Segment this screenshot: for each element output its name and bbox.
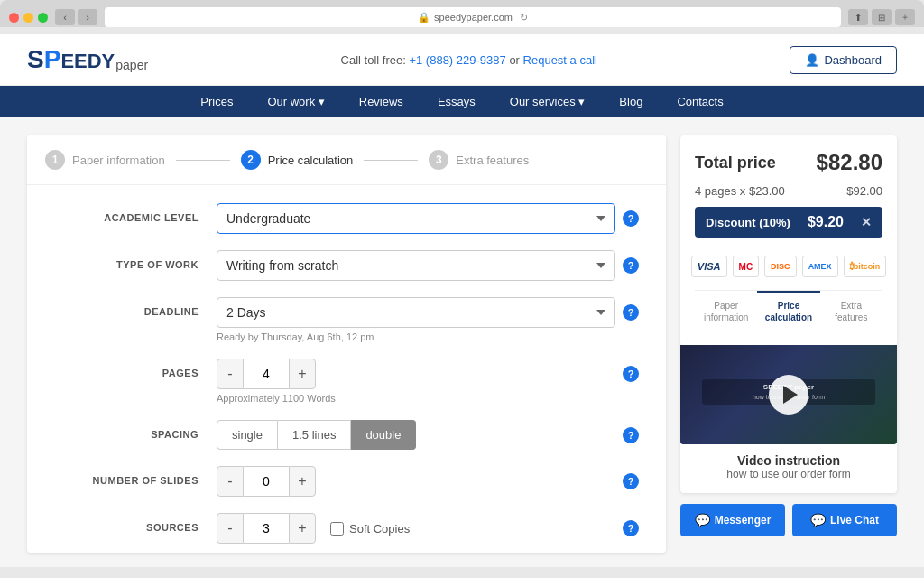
video-thumbnail[interactable]: SPEEDY paper how to use our order form [680,345,897,444]
price-box: Total price $82.80 4 pages x $23.00 $92.… [680,135,897,345]
main-nav: Prices Our work ▾ Reviews Essays Our ser… [0,86,924,117]
nav-our-work[interactable]: Our work ▾ [263,86,328,117]
deadline-select[interactable]: 2 Days [217,297,615,328]
pages-increment-button[interactable]: + [289,359,316,389]
deadline-hint: Ready by Thursday, Aug 6th, 12 pm [217,331,615,342]
slides-stepper: - 0 + [217,466,615,497]
nav-essays[interactable]: Essays [434,86,479,117]
academic-level-help[interactable]: ? [623,210,639,227]
sub-tab-paper[interactable]: Paperinformation [695,291,757,331]
price-card: Total price $82.80 4 pages x $23.00 $92.… [680,135,897,493]
share-button[interactable]: ⬆ [848,9,868,25]
dashboard-button[interactable]: 👤 Dashboard [790,46,897,74]
spacing-control: single 1.5 lines double [217,420,615,450]
discover-icon: DISC [764,256,797,277]
pages-help[interactable]: ? [623,366,639,382]
request-call-link[interactable]: Request a call [523,53,597,67]
spacing-row: SPACING single 1.5 lines double ? [54,420,639,450]
slides-control: - 0 + [217,466,615,497]
right-panel: Total price $82.80 4 pages x $23.00 $92.… [680,135,897,553]
sources-row: SOURCES - 3 + Soft Copies [54,513,639,544]
phone-link[interactable]: +1 (888) 229-9387 [409,53,505,67]
step-3-num: 3 [429,150,448,170]
main-content: 1 Paper information 2 Price calculation … [0,117,924,567]
step-divider-2 [364,160,418,161]
sub-tab-price[interactable]: Pricecalculation [757,291,819,331]
nav-reviews[interactable]: Reviews [356,86,407,117]
type-of-work-select[interactable]: Writing from scratch [217,250,615,281]
sources-increment-button[interactable]: + [289,513,316,544]
forward-browser-button[interactable]: › [78,9,97,25]
deadline-control: 2 Days Ready by Thursday, Aug 6th, 12 pm [217,297,615,342]
step-2: 2 Price calculation [241,150,354,170]
logo[interactable]: SPEEDY paper [27,45,148,74]
sources-wrap: - 3 + Soft Copies [217,513,615,544]
address-bar[interactable]: 🔒 speedypaper.com ↻ [105,7,841,27]
spacing-double-button[interactable]: double [351,420,416,450]
messenger-icon: 💬 [695,513,710,527]
step-divider-1 [176,160,230,161]
sub-tab-extra[interactable]: Extrafeatures [820,291,882,331]
spacing-1-5-button[interactable]: 1.5 lines [278,420,351,450]
soft-copies-checkbox[interactable] [330,522,344,536]
price-detail-right: $92.00 [846,184,882,198]
spacing-help[interactable]: ? [623,427,639,443]
pages-stepper: - 4 + [217,359,615,389]
new-tab-button[interactable]: ⊞ [872,9,892,25]
total-price-value: $82.80 [817,150,882,175]
sources-control: - 3 + Soft Copies [217,513,615,544]
video-play-button[interactable] [769,375,808,415]
nav-our-services[interactable]: Our services ▾ [506,86,589,117]
academic-level-select[interactable]: Undergraduate [217,203,615,234]
slides-decrement-button[interactable]: - [217,466,244,497]
sources-help[interactable]: ? [623,520,639,536]
deadline-label: DEADLINE [54,297,217,317]
pages-decrement-button[interactable]: - [217,359,244,389]
amex-icon: AMEX [802,256,838,277]
type-of-work-help[interactable]: ? [623,257,639,274]
pages-hint: Approximately 1100 Words [217,393,615,404]
spacing-label: SPACING [54,420,217,440]
sources-value: 3 [244,513,289,544]
pages-row: PAGES - 4 + Approximately 1100 Words ? [54,359,639,404]
nav-contacts[interactable]: Contacts [673,86,726,117]
academic-level-control: Undergraduate [217,203,615,234]
add-tab-button[interactable]: ＋ [895,9,915,25]
discount-row: Discount (10%) $9.20 ✕ [695,207,882,238]
spacing-single-button[interactable]: single [217,420,278,450]
slides-increment-button[interactable]: + [289,466,316,497]
traffic-light-green[interactable] [38,13,48,23]
type-of-work-label: TYPE OF WORK [54,250,217,270]
traffic-light-red[interactable] [9,13,19,23]
sources-label: SOURCES [54,513,217,533]
nav-prices[interactable]: Prices [197,86,236,117]
step-3-label: Extra features [456,154,529,167]
academic-level-row: ACADEMIC LEVEL Undergraduate ? [54,203,639,234]
step-1: 1 Paper information [45,150,165,170]
slides-help[interactable]: ? [623,473,639,489]
refresh-icon: ↻ [520,12,528,23]
sources-stepper: - 3 + [217,513,316,544]
back-browser-button[interactable]: ‹ [55,9,75,25]
price-detail-left: 4 pages x $23.00 [695,184,785,198]
pages-control: - 4 + Approximately 1100 Words [217,359,615,404]
traffic-light-yellow[interactable] [23,13,33,23]
type-of-work-row: TYPE OF WORK Writing from scratch ? [54,250,639,281]
deadline-help[interactable]: ? [623,304,639,321]
url-text: speedypaper.com [434,12,513,23]
type-of-work-control: Writing from scratch [217,250,615,281]
soft-copies-label[interactable]: Soft Copies [330,522,410,536]
order-form: ACADEMIC LEVEL Undergraduate ? TYPE OF W… [27,185,666,553]
messenger-button[interactable]: 💬 Messenger [680,504,785,536]
step-3: 3 Extra features [429,150,529,170]
discount-close-button[interactable]: ✕ [861,215,872,229]
step-1-label: Paper information [72,154,165,167]
nav-blog[interactable]: Blog [615,86,646,117]
sources-decrement-button[interactable]: - [217,513,244,544]
price-header: Total price $82.80 [695,150,882,175]
lock-icon: 🔒 [418,12,430,23]
livechat-button[interactable]: 💬 Live Chat [792,504,897,536]
site-header: SPEEDY paper Call toll free: +1 (888) 22… [0,34,924,86]
visa-icon: VISA [691,256,727,277]
video-title: Video instruction [695,453,882,468]
